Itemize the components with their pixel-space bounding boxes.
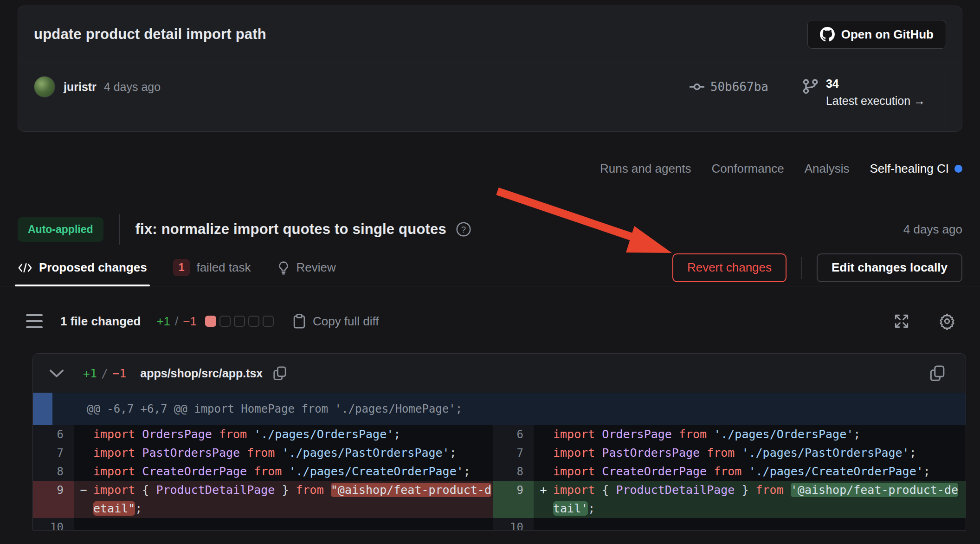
diff-line: 10: [33, 518, 493, 531]
diff-line: 6import OrdersPage from './pages/OrdersP…: [33, 425, 493, 444]
lightbulb-icon: [277, 261, 290, 275]
diff-marker: −: [74, 481, 93, 499]
authored-timestamp: 4 days ago: [104, 76, 161, 97]
line-number: 8: [493, 462, 534, 481]
line-number: 9: [493, 481, 534, 518]
execution-group: 34 Latest execution →: [802, 77, 925, 108]
revert-changes-button[interactable]: Revert changes: [672, 253, 787, 282]
edit-changes-locally-button[interactable]: Edit changes locally: [817, 253, 962, 282]
fix-banner: Auto-applied fix: normalize import quote…: [18, 214, 962, 245]
page-title: update product detail import path: [34, 26, 266, 43]
diff-marker: +: [534, 481, 553, 499]
help-icon[interactable]: ?: [456, 221, 471, 237]
tab-review[interactable]: Review: [277, 249, 336, 286]
code-icon: [18, 262, 32, 274]
code-text: import CreateOrderPage from './pages/Cre…: [93, 462, 493, 481]
nav-tab-self-healing-ci[interactable]: Self-healing CI: [870, 162, 962, 176]
divider: [119, 214, 120, 245]
code-text: import PastOrdersPage from './pages/Past…: [93, 444, 493, 462]
diff-size-square: [234, 316, 245, 327]
branch-icon: [802, 78, 819, 108]
code-text: import PastOrdersPage from './pages/Past…: [553, 444, 962, 462]
diff-line: 7import PastOrdersPage from './pages/Pas…: [493, 444, 966, 462]
execution-count: 34: [826, 77, 925, 91]
line-number: 6: [493, 425, 534, 444]
diff-line: 7import PastOrdersPage from './pages/Pas…: [33, 444, 493, 462]
file-path: apps/shop/src/app.tsx: [140, 367, 263, 380]
diff-size-indicator: [205, 316, 274, 327]
diff-size-square: [205, 316, 216, 327]
line-number: 8: [33, 462, 74, 481]
hunk-header-text: @@ -6,7 +6,7 @@ import HomePage from './…: [52, 393, 462, 425]
latest-execution-link[interactable]: Latest execution →: [826, 94, 925, 108]
arrow-right-icon: →: [914, 94, 925, 107]
svg-text:?: ?: [461, 225, 466, 234]
gear-icon[interactable]: [938, 312, 956, 330]
tab-failed-task[interactable]: 1 failed task: [173, 249, 251, 286]
auto-applied-badge: Auto-applied: [18, 217, 103, 242]
line-number: 7: [33, 444, 74, 462]
code-text: import { ProductDetailPage } from '@aish…: [553, 481, 962, 518]
divider: [801, 257, 802, 279]
nav-tab-conformance[interactable]: Conformance: [712, 162, 784, 176]
copy-path-icon[interactable]: [273, 366, 287, 381]
diff-line: 8import CreateOrderPage from './pages/Cr…: [33, 462, 493, 481]
changes-tabbar: Proposed changes 1 failed task Review Re…: [0, 249, 980, 286]
diff-line: 9−import { ProductDetailPage } from "@ai…: [33, 481, 493, 518]
diff-line: 8import CreateOrderPage from './pages/Cr…: [493, 462, 966, 481]
copy-file-diff-icon[interactable]: [929, 365, 945, 382]
diff-card: +1 / −1 apps/shop/src/app.tsx @@ -6,7 +6…: [32, 353, 966, 531]
author-name[interactable]: juristr: [64, 76, 97, 97]
diff-body: 6import OrdersPage from './pages/OrdersP…: [33, 425, 966, 531]
open-on-github-label: Open on GitHub: [841, 27, 934, 42]
open-on-github-button[interactable]: Open on GitHub: [807, 20, 946, 49]
diff-line: 6import OrdersPage from './pages/OrdersP…: [493, 425, 966, 444]
hunk-gutter-bar: [33, 393, 52, 425]
divider: [946, 73, 946, 125]
code-text: import OrdersPage from './pages/OrdersPa…: [553, 425, 962, 444]
line-number: 9: [33, 481, 74, 518]
notification-dot: [954, 165, 962, 173]
file-header: +1 / −1 apps/shop/src/app.tsx: [33, 354, 966, 393]
file-diff-stats: +1 / −1: [83, 367, 126, 380]
hunk-header: @@ -6,7 +6,7 @@ import HomePage from './…: [33, 393, 966, 425]
diff-line: 10: [493, 518, 966, 531]
fix-timestamp: 4 days ago: [903, 222, 962, 237]
additions-count: +1: [156, 314, 170, 329]
code-text: import OrdersPage from './pages/OrdersPa…: [93, 425, 493, 444]
code-text: import CreateOrderPage from './pages/Cre…: [553, 462, 962, 481]
diff-stats: +1 / −1: [156, 314, 197, 329]
commit-icon: [689, 79, 705, 95]
github-icon: [820, 27, 835, 42]
diff-line: 9+import { ProductDetailPage } from '@ai…: [493, 481, 966, 518]
failed-task-count-badge: 1: [173, 259, 190, 276]
commit-sha[interactable]: 50b667ba: [710, 80, 768, 94]
expand-icon[interactable]: [894, 313, 909, 329]
line-number: 10: [493, 518, 534, 531]
chevron-down-icon[interactable]: [49, 368, 64, 378]
nav-tab-analysis[interactable]: Analysis: [805, 162, 850, 176]
line-number: 7: [493, 444, 534, 462]
tab-proposed-changes[interactable]: Proposed changes: [18, 249, 147, 286]
diff-pane-new: 6import OrdersPage from './pages/OrdersP…: [493, 425, 966, 531]
diff-pane-old: 6import OrdersPage from './pages/OrdersP…: [33, 425, 493, 531]
line-number: 10: [33, 518, 74, 531]
avatar[interactable]: [34, 76, 55, 97]
clipboard-icon: [292, 313, 306, 329]
commit-card: update product detail import path Open o…: [18, 6, 962, 132]
deletions-count: −1: [183, 314, 197, 329]
copy-full-diff-button[interactable]: Copy full diff: [292, 313, 379, 329]
diff-toolbar: 1 file changed +1 / −1 Copy full diff: [26, 312, 956, 330]
file-list-menu-icon[interactable]: [26, 314, 43, 328]
diff-size-square: [248, 316, 259, 327]
top-nav: Runs and agents Conformance Analysis Sel…: [18, 162, 962, 176]
code-text: import { ProductDetailPage } from "@aish…: [93, 481, 493, 518]
files-changed-label: 1 file changed: [60, 314, 141, 329]
commit-sha-group[interactable]: 50b667ba: [689, 79, 768, 95]
diff-size-square: [263, 316, 274, 327]
line-number: 6: [33, 425, 74, 444]
fix-title: fix: normalize import quotes to single q…: [135, 221, 446, 238]
nav-tab-runs-and-agents[interactable]: Runs and agents: [600, 162, 691, 176]
diff-size-square: [219, 316, 231, 327]
